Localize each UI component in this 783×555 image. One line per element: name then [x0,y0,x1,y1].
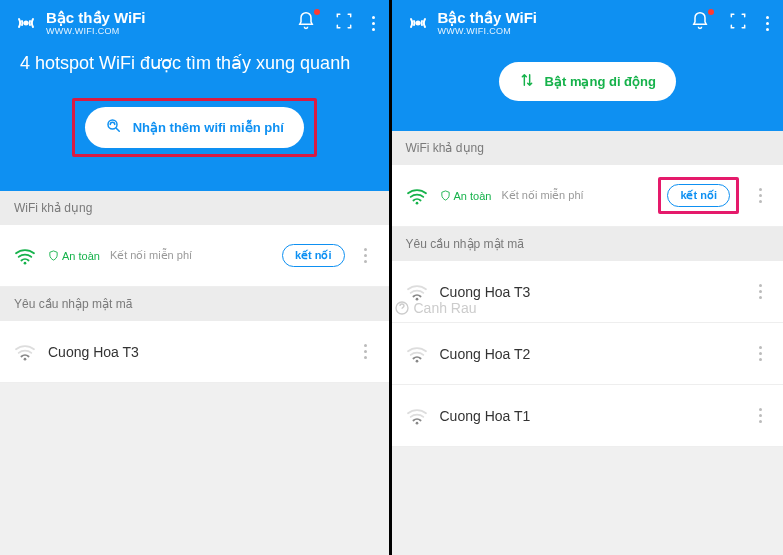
svg-point-2 [24,262,27,265]
brand-texts: Bậc thầy WiFi WWW.WIFI.COM [438,10,683,36]
screen-left: Bậc thầy WiFi WWW.WIFI.COM 4 hotspot WiF… [0,0,392,555]
scan-icon[interactable] [334,11,354,35]
wifi-available-row[interactable]: An toàn Kết nối miễn phí kết nối [392,165,784,227]
wifi-broadcast-icon [406,11,430,35]
wifi-name: Cuong Hoa T1 [440,408,740,424]
wifi-locked-row[interactable]: Cuong Hoa T1 [392,385,784,447]
notification-dot [708,9,714,15]
app-subtitle: WWW.WIFI.COM [46,27,288,37]
bell-icon[interactable] [690,11,710,35]
svg-point-3 [24,358,27,361]
notification-dot [314,9,320,15]
connect-button[interactable]: kết nối [282,244,345,267]
wifi-name: Cuong Hoa T2 [440,346,740,362]
cta-highlight: Nhận thêm wifi miễn phí [72,98,317,157]
wifi-signal-weak-icon [406,407,428,425]
wifi-locked-row[interactable]: Cuong Hoa T3 [392,261,784,323]
row-more-icon[interactable] [751,284,769,299]
menu-icon[interactable] [372,16,375,31]
connect-button[interactable]: kết nối [667,184,730,207]
free-label: Kết nối miễn phí [110,249,192,262]
app-subtitle: WWW.WIFI.COM [438,27,683,37]
section-password: Yêu cầu nhập mật mã [0,287,389,321]
app-title: Bậc thầy WiFi [46,10,288,27]
topbar: Bậc thầy WiFi WWW.WIFI.COM [14,10,375,36]
wifi-locked-row[interactable]: Cuong Hoa T3 [0,321,389,383]
row-more-icon[interactable] [751,346,769,361]
bell-icon[interactable] [296,11,316,35]
section-password: Yêu cầu nhập mật mã [392,227,784,261]
row-more-icon[interactable] [357,248,375,263]
top-actions [296,11,375,35]
wifi-signal-strong-icon [406,187,428,205]
brand-texts: Bậc thầy WiFi WWW.WIFI.COM [46,10,288,36]
safe-badge: An toàn [48,250,100,262]
free-label: Kết nối miễn phí [501,189,583,202]
row-more-icon[interactable] [357,344,375,359]
hero-text: 4 hotspot WiFi được tìm thấy xung quanh [20,52,369,74]
svg-point-8 [415,360,418,363]
scan-icon[interactable] [728,11,748,35]
section-available: WiFi khả dụng [392,131,784,165]
cta-label: Bật mạng di động [545,74,656,89]
wifi-available-row[interactable]: An toàn Kết nối miễn phí kết nối [0,225,389,287]
wifi-signal-weak-icon [14,343,36,361]
section-available: WiFi khả dụng [0,191,389,225]
top-actions [690,11,769,35]
svg-point-0 [25,22,28,25]
wifi-signal-strong-icon [14,247,36,265]
screen-right: Bậc thầy WiFi WWW.WIFI.COM [392,0,784,555]
svg-point-9 [415,422,418,425]
search-wifi-icon [105,117,123,138]
enable-mobile-data-button[interactable]: Bật mạng di động [499,62,676,101]
wifi-signal-weak-icon [406,345,428,363]
svg-point-5 [415,202,418,205]
connect-highlight: kết nối [658,177,739,214]
row-more-icon[interactable] [751,188,769,203]
menu-icon[interactable] [766,16,769,31]
wifi-locked-row[interactable]: Cuong Hoa T2 [392,323,784,385]
wifi-name: Cuong Hoa T3 [48,344,345,360]
svg-point-1 [108,120,117,129]
safe-badge: An toàn [440,190,492,202]
header: Bậc thầy WiFi WWW.WIFI.COM 4 hotspot WiF… [0,0,389,191]
topbar: Bậc thầy WiFi WWW.WIFI.COM [406,10,770,36]
cta-label: Nhận thêm wifi miễn phí [133,120,284,135]
wifi-broadcast-icon [14,11,38,35]
row-more-icon[interactable] [751,408,769,423]
wifi-name: Cuong Hoa T3 [440,284,740,300]
svg-point-7 [415,298,418,301]
wifi-signal-weak-icon [406,283,428,301]
app-title: Bậc thầy WiFi [438,10,683,27]
header: Bậc thầy WiFi WWW.WIFI.COM [392,0,784,131]
svg-point-4 [416,22,419,25]
swap-vertical-icon [519,72,535,91]
get-more-wifi-button[interactable]: Nhận thêm wifi miễn phí [85,107,304,148]
